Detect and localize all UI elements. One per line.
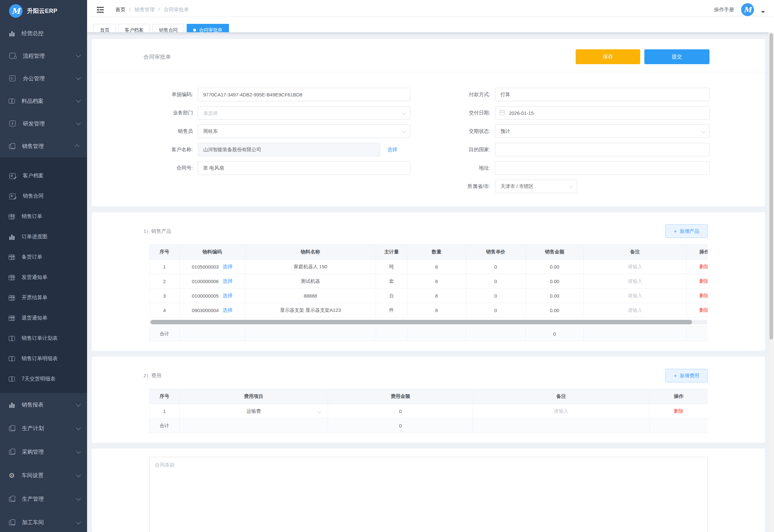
dest-country-input[interactable] [495, 143, 709, 156]
qty-cell[interactable]: 8 [407, 289, 466, 303]
sidebar: M 升阳云ERP 经营总控 流程管理 办公管理 料品档案 研发管理 [0, 0, 87, 532]
products-table: 序号 物料编码 物料名称 主计量 数量 销售单价 销售金额 备注 操作 [149, 244, 708, 318]
menu-fold-icon[interactable] [97, 6, 104, 13]
sidebar-subitem-sales-contract[interactable]: 销售合同 [0, 186, 87, 206]
price-cell[interactable]: 0 [466, 260, 526, 274]
price-cell[interactable]: 0 [466, 289, 526, 303]
col-seq: 序号 [150, 389, 180, 404]
tab-customer-archive[interactable]: 客户档案 [118, 24, 150, 32]
tab-contract-approval[interactable]: 合同审批单 [187, 24, 229, 32]
material-code: 0100000006 [192, 279, 219, 284]
delete-row-link[interactable]: 删除 [700, 264, 708, 269]
province-select[interactable] [495, 180, 577, 193]
material-name: 测试机器 [245, 274, 376, 289]
payment-method-input[interactable] [495, 88, 709, 101]
add-fee-button[interactable]: + 新增费用 [665, 369, 708, 382]
horizontal-scrollbar-thumb[interactable] [151, 320, 692, 324]
rd-badge-icon [9, 121, 15, 126]
sidebar-item-processing-workshop[interactable]: 加工车间 [0, 511, 87, 532]
customer-select-link[interactable]: 选择 [387, 146, 397, 153]
contract-no-label: 合同号: [92, 165, 198, 172]
price-cell[interactable]: 0 [466, 274, 526, 289]
sidebar-subitem-customer-archive[interactable]: 客户档案 [0, 166, 87, 186]
material-select-link[interactable]: 选择 [223, 292, 233, 299]
sidebar-subitem-order-progress[interactable]: 订单进度图 [0, 227, 87, 247]
material-select-link[interactable]: 选择 [223, 278, 233, 285]
delete-row-link[interactable]: 删除 [700, 293, 708, 298]
doc-code-input[interactable] [198, 88, 410, 101]
remark-input[interactable]: 请输入 [554, 408, 569, 414]
sidebar-subitem-stock-order[interactable]: 备货订单 [0, 247, 87, 267]
sidebar-item-production-plan[interactable]: 生产计划 [0, 417, 87, 440]
add-product-button[interactable]: + 新增产品 [665, 224, 708, 238]
sidebar-item-sales-report[interactable]: 销售报表 [0, 393, 87, 417]
user-avatar[interactable]: M [741, 3, 754, 16]
sidebar-item-label: 客户档案 [23, 172, 79, 179]
tab-sales-contract[interactable]: 销售合同 [153, 24, 184, 32]
copy-pages-icon [9, 521, 15, 525]
plus-icon: + [674, 373, 677, 379]
sidebar-item-workshop-settings[interactable]: ⚙ 车间设置 [0, 464, 87, 487]
delete-row-link[interactable]: 删除 [700, 307, 708, 313]
contract-terms-textarea[interactable] [149, 457, 708, 532]
tab-home[interactable]: 首页 [94, 24, 116, 32]
material-select-link[interactable]: 选择 [223, 263, 233, 270]
main-area: 首页 / 销售管理 / 合同审批单 操作手册 M 首页 客户档案 销售合同 [87, 0, 774, 532]
breadcrumb-sales-mgmt[interactable]: 销售管理 [134, 6, 154, 13]
sidebar-item-rd-mgmt[interactable]: 研发管理 [0, 112, 87, 135]
sidebar-subitem-order-plan-report[interactable]: 销售订单计划表 [0, 328, 87, 349]
sidebar-item-office-mgmt[interactable]: 办公管理 [0, 67, 87, 90]
total-label: 合计 [150, 327, 180, 341]
chevron-down-icon [76, 425, 81, 430]
address-input[interactable] [495, 161, 709, 175]
plus-icon: + [674, 229, 677, 234]
submit-button[interactable]: 提交 [644, 49, 709, 64]
sidebar-subitem-return-notice[interactable]: 退货通知单 [0, 308, 87, 328]
sales-products-card: 1）销售产品 + 新增产品 序号 物料编码 物料名称 [92, 212, 765, 351]
breadcrumb-home[interactable]: 首页 [115, 6, 125, 13]
tab-bar: 首页 客户档案 销售合同 合同审批单 [87, 17, 774, 32]
qty-cell[interactable]: 8 [407, 303, 466, 318]
vertical-scrollbar-thumb[interactable] [769, 33, 773, 340]
address-label: 地址: [410, 165, 495, 172]
app-name: 升阳云ERP [27, 7, 57, 15]
fee-item-select[interactable]: 运输费 [180, 408, 328, 414]
sidebar-subitem-7day-delivery-report[interactable]: 7天交货明细表 [0, 369, 87, 389]
delete-row-link[interactable]: 删除 [700, 278, 708, 284]
delivery-date-input[interactable] [495, 106, 709, 120]
user-menu-caret-icon[interactable] [761, 11, 765, 13]
col-qty: 数量 [407, 245, 466, 260]
delete-row-link[interactable]: 删除 [674, 408, 684, 414]
fee-amount-cell[interactable]: 0 [328, 404, 473, 419]
sidebar-item-label: 销售订单 [22, 213, 79, 220]
sidebar-item-sales-mgmt[interactable]: 销售管理 [0, 135, 87, 157]
salesman-select[interactable] [198, 124, 410, 138]
remark-input[interactable]: 请输入 [628, 278, 642, 284]
contract-no-input[interactable] [198, 161, 410, 175]
sidebar-subitem-shipment-notice[interactable]: 发货通知单 [0, 267, 87, 288]
remark-input[interactable]: 请输入 [628, 264, 642, 269]
department-select[interactable] [198, 106, 410, 120]
sidebar-item-purchase-mgmt[interactable]: 采购管理 [0, 440, 87, 464]
remark-input[interactable]: 请输入 [628, 307, 642, 313]
chevron-down-icon [76, 402, 81, 406]
material-select-link[interactable]: 选择 [223, 307, 233, 314]
sidebar-item-label: 销售合同 [23, 193, 79, 200]
delivery-status-select[interactable] [495, 124, 709, 138]
sidebar-item-production-mgmt[interactable]: 生产管理 [0, 487, 87, 511]
remark-input[interactable]: 请输入 [628, 293, 642, 298]
bar-chart-icon [9, 30, 15, 36]
sidebar-item-business-overview[interactable]: 经营总控 [0, 22, 87, 44]
sidebar-subitem-sales-order[interactable]: 销售订单 [0, 206, 87, 227]
sidebar-item-process-mgmt[interactable]: 流程管理 [0, 44, 87, 67]
save-button[interactable]: 保存 [576, 49, 640, 64]
sidebar-subitem-invoice-settlement[interactable]: 开票结算单 [0, 288, 87, 308]
price-cell[interactable]: 0 [466, 303, 526, 318]
col-remark: 备注 [584, 245, 687, 260]
chevron-down-icon [76, 98, 81, 103]
sidebar-subitem-order-detail-report[interactable]: 销售订单明细表 [0, 349, 87, 369]
sidebar-item-material-archive[interactable]: 料品档案 [0, 90, 87, 112]
manual-link[interactable]: 操作手册 [714, 6, 734, 13]
qty-cell[interactable]: 8 [407, 260, 466, 274]
qty-cell[interactable]: 8 [407, 274, 466, 289]
